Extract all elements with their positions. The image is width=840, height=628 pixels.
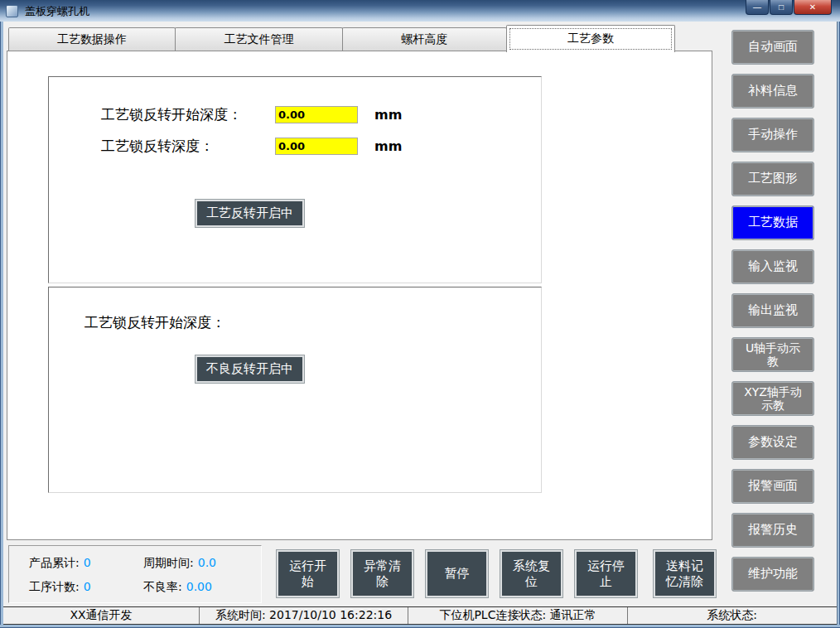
tab-panel-process-params: 工艺锁反转开始深度： mm 工艺锁反转深度： mm 工艺反转开启中 工艺锁反转开… — [7, 51, 712, 540]
window-frame-right — [837, 22, 840, 625]
app-icon — [6, 5, 18, 17]
tab-process-files[interactable]: 工艺文件管理 — [175, 27, 343, 51]
sidebar-item-output-monitor[interactable]: 输出监视 — [731, 293, 814, 328]
stat-value: 0 — [84, 580, 91, 593]
stat-step-count: 工序计数: 0 — [29, 580, 91, 595]
minimize-button[interactable]: — — [746, 0, 769, 15]
stat-value: 0.00 — [186, 580, 212, 593]
stat-defect-rate: 不良率: 0.00 — [143, 580, 212, 595]
window-controls: — □ ✕ — [746, 0, 832, 15]
error-clear-button[interactable]: 异常清 除 — [350, 549, 414, 598]
status-system-state: 系统状态: — [628, 607, 836, 624]
stat-value: 0 — [84, 556, 91, 569]
window-title: 盖板穿螺孔机 — [25, 4, 89, 19]
app-window: 盖板穿螺孔机 — □ ✕ 工艺数据操作 工艺文件管理 螺杆高度 工艺参数 工艺锁… — [0, 0, 840, 628]
tab-process-params[interactable]: 工艺参数 — [506, 25, 675, 52]
tab-screw-height[interactable]: 螺杆高度 — [342, 27, 507, 51]
group-process-reverse: 工艺锁反转开始深度： mm 工艺锁反转深度： mm 工艺反转开启中 — [48, 76, 542, 283]
sidebar-item-process-data[interactable]: 工艺数据 — [731, 205, 814, 240]
sidebar-item-auto-screen[interactable]: 自动画面 — [731, 30, 814, 65]
window-frame-bottom — [0, 625, 840, 628]
run-start-button[interactable]: 运行开 始 — [276, 549, 340, 598]
group-defect-reverse: 工艺锁反转开始深度： 不良反转开启中 — [48, 287, 542, 493]
stat-product-total: 产品累计: 0 — [29, 556, 91, 571]
feed-memory-clear-button[interactable]: 送料记 忆清除 — [653, 549, 717, 598]
defect-reverse-start-depth-label: 工艺锁反转开始深度： — [84, 313, 225, 332]
run-stop-button[interactable]: 运行停 止 — [574, 549, 638, 598]
reverse-depth-label: 工艺锁反转深度： — [101, 137, 275, 156]
titlebar: 盖板穿螺孔机 — □ ✕ — [0, 0, 840, 22]
stat-label: 工序计数: — [29, 580, 80, 595]
system-reset-button[interactable]: 系统复 位 — [500, 549, 563, 598]
reverse-depth-input[interactable] — [275, 138, 358, 155]
stat-cycle-time: 周期时间: 0.0 — [143, 556, 216, 571]
sidebar-item-manual-operation[interactable]: 手动操作 — [731, 118, 814, 152]
tab-process-data-ops[interactable]: 工艺数据操作 — [8, 27, 176, 51]
field-row: 工艺锁反转深度： mm — [101, 137, 402, 155]
stat-label: 周期时间: — [143, 556, 194, 571]
focus-outline — [509, 28, 672, 50]
sidebar-item-parameter-settings[interactable]: 参数设定 — [731, 425, 814, 460]
sidebar-item-maintenance[interactable]: 维护功能 — [731, 557, 814, 592]
sidebar-item-xyz-axis-teach[interactable]: XYZ轴手动 示教 — [731, 381, 814, 416]
unit-label-mm: mm — [374, 107, 402, 123]
production-stats-panel: 产品累计: 0 周期时间: 0.0 工序计数: 0 不良率: 0.00 — [8, 545, 262, 603]
sidebar-item-alarm-history[interactable]: 报警历史 — [731, 513, 814, 548]
sidebar-nav: 自动画面 补料信息 手动操作 工艺图形 工艺数据 输入监视 输出监视 U轴手动示… — [731, 30, 814, 592]
status-system-time: 系统时间: 2017/10/10 16:22:16 — [200, 607, 408, 624]
sidebar-item-refill-info[interactable]: 补料信息 — [731, 74, 814, 109]
sidebar-item-alarm-screen[interactable]: 报警画面 — [731, 469, 814, 504]
sidebar-item-input-monitor[interactable]: 输入监视 — [731, 249, 814, 284]
statusbar: XX通信开发 系统时间: 2017/10/10 16:22:16 下位机PLC连… — [3, 606, 837, 625]
field-row: 工艺锁反转开始深度： mm — [101, 105, 402, 123]
maximize-button[interactable]: □ — [770, 0, 793, 15]
pause-button[interactable]: 暂停 — [425, 549, 489, 598]
sidebar-item-u-axis-teach[interactable]: U轴手动示 教 — [731, 337, 814, 372]
reverse-start-depth-label: 工艺锁反转开始深度： — [101, 105, 275, 124]
close-button[interactable]: ✕ — [794, 0, 832, 15]
defect-reverse-toggle-button[interactable]: 不良反转开启中 — [195, 355, 305, 384]
process-reverse-toggle-button[interactable]: 工艺反转开启中 — [195, 199, 305, 228]
window-frame-left — [0, 22, 3, 625]
stat-label: 产品累计: — [29, 556, 80, 571]
status-plc-connection: 下位机PLC连接状态: 通讯正常 — [408, 607, 628, 624]
reverse-start-depth-input[interactable] — [275, 106, 358, 123]
sidebar-item-process-graphics[interactable]: 工艺图形 — [731, 162, 814, 196]
stat-value: 0.0 — [198, 556, 216, 569]
unit-label-mm: mm — [374, 138, 402, 154]
stat-label: 不良率: — [143, 580, 182, 595]
status-developer: XX通信开发 — [3, 607, 200, 624]
